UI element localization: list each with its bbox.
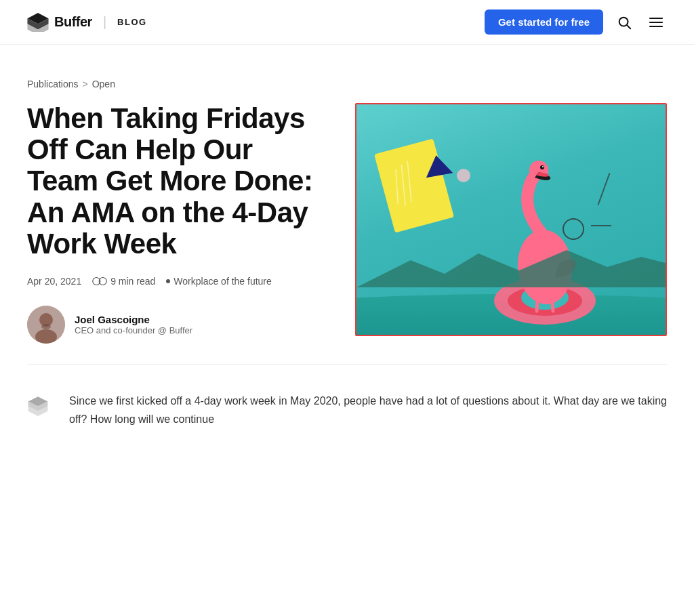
author-role: CEO and co-founder @ Buffer (75, 325, 192, 335)
article-featured-image (355, 103, 667, 336)
search-icon (617, 15, 632, 30)
read-time-icon (92, 276, 107, 286)
site-header: Buffer | BLOG Get started for free (0, 0, 694, 45)
main-content: Publications > Open When Taking Fridays … (0, 45, 694, 449)
author-avatar (27, 306, 65, 344)
read-time-label: 9 min read (110, 276, 155, 287)
breadcrumb-publications-link[interactable]: Publications (27, 79, 79, 89)
article-left: When Taking Fridays Off Can Help Our Tea… (27, 103, 328, 344)
mountains-svg (356, 247, 666, 287)
svg-point-19 (540, 165, 544, 169)
header-right: Get started for free (485, 9, 667, 35)
section-divider (27, 364, 667, 365)
tag-dot (166, 279, 170, 283)
tag-label: Workplace of the future (174, 276, 271, 287)
svg-point-20 (542, 166, 544, 167)
author-section: Joel Gascoigne CEO and co-founder @ Buff… (27, 306, 328, 344)
article-image-bg (356, 104, 666, 335)
article-meta: Apr 20, 2021 9 min read Workplace of the… (27, 276, 328, 287)
header-divider: | (103, 14, 106, 30)
get-started-button[interactable]: Get started for free (485, 9, 603, 35)
hamburger-icon (648, 14, 664, 30)
buffer-logo[interactable]: Buffer (27, 13, 92, 32)
svg-point-10 (41, 324, 51, 329)
flamingo-svg (477, 159, 613, 328)
article-date: Apr 20, 2021 (27, 276, 81, 287)
buffer-icon-small (27, 394, 49, 416)
search-button[interactable] (614, 12, 634, 33)
article-intro: Since we first kicked off a 4-day work w… (27, 378, 667, 428)
breadcrumb-current: Open (92, 79, 115, 89)
header-left: Buffer | BLOG (27, 13, 147, 32)
svg-line-21 (537, 291, 538, 311)
author-info: Joel Gascoigne CEO and co-founder @ Buff… (75, 314, 192, 335)
menu-button[interactable] (645, 12, 667, 33)
yellow-card-decoration (374, 138, 454, 232)
article-hero: When Taking Fridays Off Can Help Our Tea… (27, 103, 667, 344)
buffer-logo-icon (27, 13, 49, 32)
article-intro-text: Since we first kicked off a 4-day work w… (69, 392, 667, 428)
breadcrumb-separator: > (83, 79, 88, 89)
svg-line-1 (627, 25, 630, 28)
article-tag: Workplace of the future (166, 276, 271, 287)
buffer-logo-small (27, 394, 49, 419)
svg-line-22 (552, 291, 553, 311)
pink-bubble-decoration (457, 169, 470, 182)
breadcrumb: Publications > Open (27, 79, 667, 89)
header-logo-text: Buffer (54, 14, 92, 30)
blog-label: BLOG (117, 17, 147, 27)
dark-triangle-decoration (423, 153, 453, 178)
article-title: When Taking Fridays Off Can Help Our Tea… (27, 103, 328, 260)
author-name: Joel Gascoigne (75, 314, 192, 325)
article-read-time: 9 min read (92, 276, 155, 287)
avatar-image (27, 306, 65, 344)
svg-point-9 (35, 329, 57, 344)
